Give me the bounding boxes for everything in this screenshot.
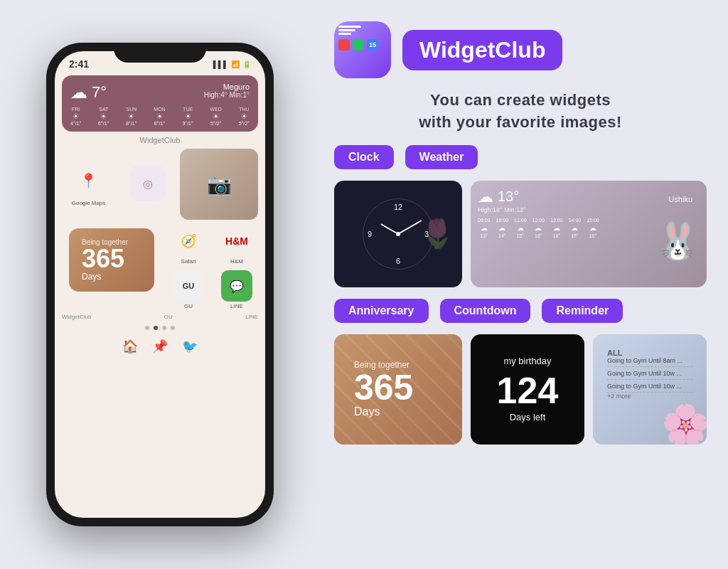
safari-app[interactable]: 🧭 Safari <box>167 225 210 265</box>
pin-icon[interactable]: 📌 <box>152 339 168 354</box>
wifi-icon: 📶 <box>231 60 240 68</box>
reminder-item-3: Going to Gym Until 10w ... <box>607 383 692 393</box>
clock-12-label: 12 <box>394 203 402 211</box>
weather-preview-content: ☁ 13° High:16° Min:12° Ushiku 09:00☁13° … <box>478 188 700 238</box>
anniv-number: 365 <box>82 246 141 272</box>
countdown-category-btn[interactable]: Countdown <box>440 299 531 323</box>
unknown-app[interactable]: ◎ <box>121 166 174 203</box>
widgetclub-label-bottom: WidgetClub <box>62 314 91 320</box>
status-time: 2:41 <box>69 58 89 70</box>
countdown-title: my birthday <box>503 356 551 366</box>
page-dots <box>55 321 265 334</box>
tagline-line1: You can create widgets <box>334 90 707 112</box>
anniv-preview-subtitle: Being together <box>354 360 442 370</box>
clock-hour-hand <box>380 223 398 235</box>
clock-9-label: 9 <box>368 230 372 238</box>
phone-frame: 2:41 ▌▌▌ 📶 🔋 ☁ 7° Meguro <box>46 43 274 526</box>
clock-6-label: 6 <box>396 257 400 265</box>
reminder-widget-preview[interactable]: 🌸 ALL Going to Gym Until 8am ... Going t… <box>593 334 707 445</box>
clock-3-label: 3 <box>424 230 429 238</box>
category-buttons: Clock Weather <box>334 145 707 169</box>
tagline: You can create widgets with your favorit… <box>334 90 707 134</box>
gu-app[interactable]: GU GU <box>167 270 210 309</box>
app-grid: 📍 Google Maps ◎ 📷 <box>55 146 265 223</box>
gu-label-bottom: GU <box>164 314 173 320</box>
signal-icon: ▌▌▌ <box>213 60 228 68</box>
weather-category-btn[interactable]: Weather <box>405 145 478 169</box>
wp-cloud-icon: ☁ <box>478 188 493 206</box>
anniversary-category-btn[interactable]: Anniversary <box>334 299 429 323</box>
weather-cloud-icon: ☁ <box>70 83 87 102</box>
reminder-items: Going to Gym Until 8am ... Going to Gym … <box>607 357 692 393</box>
weather-location: Meguro <box>204 83 250 91</box>
wp-hours-row: 09:00☁13° 10:00☁14° 11:00☁15° 12:00☁16° … <box>478 218 700 238</box>
countdown-widget-preview[interactable]: my birthday 124 Days left <box>471 334 584 445</box>
countdown-number: 124 <box>497 372 559 409</box>
weather-widget[interactable]: ☁ 7° Meguro High:4° Min:1° FRI☀4°/1° SAT… <box>62 75 258 132</box>
countdown-subtitle: Days left <box>510 412 546 422</box>
wp-location: Ushiku <box>668 195 692 203</box>
photo-widget[interactable]: 📷 <box>180 149 258 220</box>
top-widgets-row: 🌷 12 3 6 9 🐰 ☁ 13° High <box>334 181 707 287</box>
phone-notch <box>114 43 206 63</box>
weather-temperature: 7° <box>92 83 107 102</box>
hm-app[interactable]: H&M H&M <box>215 225 258 265</box>
anniversary-widget[interactable]: Being together 365 Days <box>69 228 154 292</box>
tagline-line2: with your favorite images! <box>334 112 707 134</box>
maps-label: Google Maps <box>72 200 106 206</box>
phone-section: 2:41 ▌▌▌ 📶 🔋 ☁ 7° Meguro <box>0 0 320 569</box>
home-icon[interactable]: 🏠 <box>122 339 138 354</box>
wp-minmax: High:16° Min:12° <box>478 206 700 213</box>
anniversary-widget-preview[interactable]: Being together 365 Days <box>334 334 462 445</box>
weather-days-row: FRI☀4°/1° SAT☀6°/1° SUN☀8°/1° MON☀8°/1° … <box>70 107 250 126</box>
app-icon-large: 15 <box>334 21 391 78</box>
right-section: 15 WidgetClub You can create widgets wit… <box>320 0 728 569</box>
brand-badge: WidgetClub <box>402 30 562 70</box>
line-app[interactable]: 💬 LINE <box>215 270 258 309</box>
widget-club-label: WidgetClub <box>55 136 265 144</box>
clock-minute-hand <box>398 220 422 235</box>
anniv-preview-number: 365 <box>354 370 442 405</box>
battery-icon: 🔋 <box>242 60 251 68</box>
line-label-bottom: LINE <box>245 314 258 320</box>
weather-widget-preview[interactable]: 🐰 ☁ 13° High:16° Min:12° Ushiku 09:00☁13… <box>471 181 707 287</box>
bottom-category-row: Anniversary Countdown Reminder <box>334 299 707 323</box>
dot-3 <box>162 326 166 330</box>
dot-4 <box>171 326 175 330</box>
anniv-days: Days <box>82 272 141 282</box>
wp-temp: 13° <box>498 188 519 205</box>
maps-app[interactable]: 📍 Google Maps <box>62 163 115 206</box>
bottom-widgets-row: Being together 365 Days my birthday 124 … <box>334 334 707 445</box>
clock-widget-preview[interactable]: 🌷 12 3 6 9 <box>334 181 462 287</box>
brand-name: WidgetClub <box>419 37 545 63</box>
phone-screen: 2:41 ▌▌▌ 📶 🔋 ☁ 7° Meguro <box>55 51 265 518</box>
bottom-icons-row: 🏠 📌 🐦 <box>55 334 265 358</box>
reminder-item-2: Going to Gym Until 10w ... <box>607 370 692 380</box>
reminder-category-btn[interactable]: Reminder <box>542 299 623 323</box>
header-row: 15 WidgetClub <box>334 21 707 78</box>
clock-category-btn[interactable]: Clock <box>334 145 394 169</box>
status-icons: ▌▌▌ 📶 🔋 <box>213 60 251 68</box>
clock-face: 12 3 6 9 <box>363 198 434 270</box>
reminder-all-label: ALL <box>607 349 692 357</box>
dot-1 <box>145 326 149 330</box>
reminder-more: +2 more <box>607 393 692 400</box>
reminder-item-1: Going to Gym Until 8am ... <box>607 357 692 367</box>
weather-minmax: High:4° Min:1° <box>204 91 250 99</box>
dot-2 <box>154 326 158 330</box>
bird-icon[interactable]: 🐦 <box>182 339 198 354</box>
anniv-subtitle: Being together <box>82 238 141 246</box>
